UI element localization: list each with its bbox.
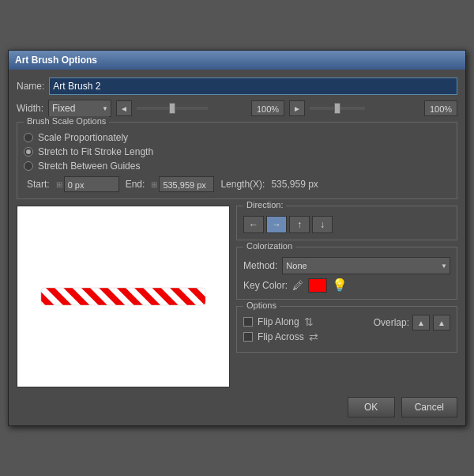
options-title: Options xyxy=(243,300,280,310)
eyedropper-icon[interactable]: 🖉 xyxy=(292,279,303,292)
end-value: 535,959 px xyxy=(159,176,214,192)
slider2-value: 100% xyxy=(424,100,457,116)
dir-down-btn[interactable]: ↓ xyxy=(312,216,333,233)
radio-stretch-fit-row: Stretch to Fit Stroke Length xyxy=(24,146,450,157)
flip-along-label: Flip Along xyxy=(258,316,299,327)
bottom-section: Direction: ← → ↑ ↓ Colorization Method: xyxy=(17,206,457,387)
start-value: 0 px xyxy=(64,176,119,192)
right-panel: Direction: ← → ↑ ↓ Colorization Method: xyxy=(236,206,457,387)
overlap-btn1[interactable]: ▲ xyxy=(412,315,430,331)
flip-along-icon: ⇅ xyxy=(304,315,314,328)
width-label: Width: xyxy=(17,103,43,114)
end-field-icon: ⊞ xyxy=(151,180,157,189)
colorization-section: Colorization Method: None Tints Tints an… xyxy=(236,247,457,300)
colorization-title: Colorization xyxy=(243,241,295,251)
direction-section: Direction: ← → ↑ ↓ xyxy=(236,206,457,240)
svg-rect-2 xyxy=(41,288,205,305)
slider2-container xyxy=(310,107,419,110)
stretch-fit-label: Stretch to Fit Stroke Length xyxy=(38,146,153,157)
flip-across-row: Flip Across ⇄ xyxy=(243,331,366,343)
arrow-left-btn[interactable]: ◄ xyxy=(116,100,132,116)
dialog-title: Art Brush Options xyxy=(9,51,465,70)
start-field-icon: ⊞ xyxy=(56,180,62,189)
radio-scale-proportionately-row: Scale Proportionately xyxy=(24,132,450,143)
slider1-container xyxy=(137,107,246,110)
width-select[interactable]: Fixed Pressure Random xyxy=(48,100,111,117)
brush-scale-title: Brush Scale Options xyxy=(24,116,109,126)
length-value: 535,959 px xyxy=(271,179,318,190)
ok-button[interactable]: OK xyxy=(348,397,395,417)
flip-across-icon: ⇄ xyxy=(309,331,318,343)
key-color-swatch[interactable] xyxy=(308,278,327,293)
method-label: Method: xyxy=(243,260,277,271)
key-color-row: Key Color: 🖉 💡 xyxy=(243,278,450,293)
start-label: Start: xyxy=(27,179,50,190)
flip-across-label: Flip Across xyxy=(258,331,304,342)
options-section: Options Flip Along ⇅ Flip Across xyxy=(236,306,457,353)
radio-stretch-guides[interactable] xyxy=(24,161,33,171)
options-inner: Flip Along ⇅ Flip Across ⇄ Overlap: xyxy=(243,313,450,346)
end-label: End: xyxy=(126,179,145,190)
options-left: Flip Along ⇅ Flip Across ⇄ xyxy=(243,313,366,346)
preview-svg xyxy=(17,206,229,387)
scale-proportionately-label: Scale Proportionately xyxy=(38,132,128,143)
dir-left-btn[interactable]: ← xyxy=(243,216,264,233)
radio-stretch-guides-row: Stretch Between Guides xyxy=(24,161,450,172)
flip-along-row: Flip Along ⇅ xyxy=(243,315,366,328)
name-label: Name: xyxy=(17,81,44,92)
direction-title: Direction: xyxy=(243,200,286,210)
brush-scale-group: Brush Scale Options Scale Proportionatel… xyxy=(17,122,457,199)
length-label: Length(X): xyxy=(220,179,265,190)
arrow-right-btn[interactable]: ► xyxy=(289,100,305,116)
dir-right-btn[interactable]: → xyxy=(266,216,287,233)
direction-buttons: ← → ↑ ↓ xyxy=(243,216,450,233)
art-brush-options-dialog: Art Brush Options Name: Width: Fixed Pre… xyxy=(8,50,466,426)
cancel-button[interactable]: Cancel xyxy=(401,397,457,417)
overlap-btn2[interactable]: ▲ xyxy=(433,315,450,331)
overlap-area: Overlap: ▲ ▲ xyxy=(374,315,450,331)
method-row: Method: None Tints Tints and Shades Hue … xyxy=(243,257,450,274)
dialog-buttons: OK Cancel xyxy=(17,394,457,417)
slider2[interactable] xyxy=(310,107,365,110)
method-select[interactable]: None Tints Tints and Shades Hue Shift xyxy=(282,257,450,274)
slider1-value: 100% xyxy=(251,100,284,116)
overlap-label: Overlap: xyxy=(374,317,409,328)
stretch-guides-label: Stretch Between Guides xyxy=(38,161,140,172)
slider1[interactable] xyxy=(137,107,208,110)
key-color-label: Key Color: xyxy=(243,280,288,291)
tip-icon[interactable]: 💡 xyxy=(332,278,348,293)
flip-along-checkbox[interactable] xyxy=(243,317,253,327)
flip-across-checkbox[interactable] xyxy=(243,332,253,342)
radio-stretch-fit[interactable] xyxy=(24,147,33,157)
radio-scale-proportionately[interactable] xyxy=(24,133,33,142)
start-end-row: Start: ⊞ 0 px End: ⊞ 535,959 px Length(X… xyxy=(24,176,450,192)
dir-up-btn[interactable]: ↑ xyxy=(289,216,310,233)
name-input[interactable] xyxy=(49,77,457,95)
preview-box xyxy=(17,206,230,387)
